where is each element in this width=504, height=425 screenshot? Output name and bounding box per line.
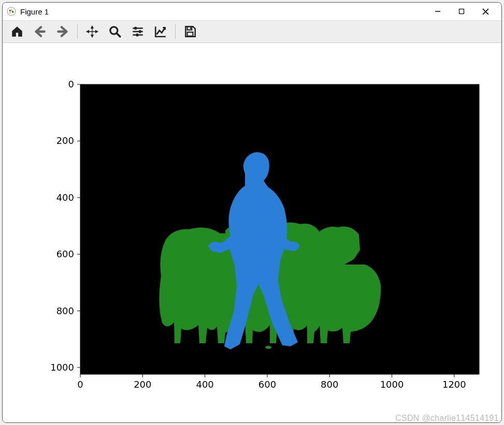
svg-point-1 — [9, 9, 11, 11]
svg-text:0: 0 — [77, 379, 83, 390]
segmentation-plot: 020040060080010001200 02004006008001000 — [3, 43, 501, 422]
back-icon — [33, 25, 47, 38]
app-icon — [7, 7, 16, 16]
edit-axis-button[interactable] — [150, 22, 171, 41]
svg-text:800: 800 — [56, 305, 74, 316]
watermark: CSDN @charlie114514191 — [395, 414, 499, 423]
close-icon — [482, 8, 489, 15]
back-button[interactable] — [30, 22, 50, 41]
window-title: Figure 1 — [20, 7, 49, 16]
svg-text:0: 0 — [68, 79, 74, 90]
svg-rect-4 — [459, 9, 464, 14]
maximize-button[interactable] — [450, 4, 473, 19]
maximize-icon — [458, 8, 465, 14]
minimize-button[interactable] — [426, 4, 450, 19]
window: Figure 1 — [2, 2, 502, 423]
forward-button[interactable] — [52, 22, 73, 41]
svg-point-2 — [12, 11, 14, 13]
titlebar: Figure 1 — [3, 3, 501, 20]
svg-rect-10 — [135, 27, 137, 30]
svg-text:400: 400 — [196, 379, 213, 390]
save-button[interactable] — [180, 22, 200, 41]
home-button[interactable] — [7, 22, 27, 41]
window-controls — [426, 4, 497, 19]
svg-rect-17 — [188, 32, 193, 36]
toolbar-separator — [77, 24, 78, 39]
chart-line-icon — [154, 25, 167, 38]
svg-text:400: 400 — [56, 192, 74, 203]
svg-text:1200: 1200 — [442, 379, 466, 390]
forward-icon — [56, 25, 69, 38]
pan-icon — [85, 25, 99, 38]
svg-rect-16 — [190, 27, 191, 29]
svg-line-8 — [117, 33, 120, 37]
x-ticks: 020040060080010001200 — [77, 374, 466, 390]
svg-text:1000: 1000 — [50, 362, 74, 373]
pan-button[interactable] — [82, 22, 103, 41]
svg-text:200: 200 — [134, 379, 151, 390]
zoom-button[interactable] — [105, 22, 125, 41]
toolbar — [3, 20, 501, 43]
sliders-icon — [131, 25, 145, 38]
svg-rect-14 — [136, 34, 138, 36]
close-button[interactable] — [473, 4, 497, 19]
svg-rect-12 — [139, 30, 141, 33]
svg-text:600: 600 — [258, 379, 276, 390]
zoom-icon — [108, 25, 122, 38]
y-ticks: 02004006008001000 — [50, 79, 80, 373]
configure-button[interactable] — [127, 22, 148, 41]
svg-text:1000: 1000 — [380, 379, 404, 390]
svg-point-18 — [265, 346, 271, 349]
save-icon — [183, 25, 197, 38]
plot-area[interactable]: 020040060080010001200 02004006008001000 — [3, 43, 501, 422]
home-icon — [10, 25, 24, 38]
minimize-icon — [435, 8, 441, 14]
toolbar-separator — [175, 24, 176, 39]
svg-text:800: 800 — [321, 379, 338, 390]
svg-text:200: 200 — [56, 135, 74, 146]
svg-text:600: 600 — [56, 248, 74, 259]
svg-point-0 — [7, 7, 16, 16]
